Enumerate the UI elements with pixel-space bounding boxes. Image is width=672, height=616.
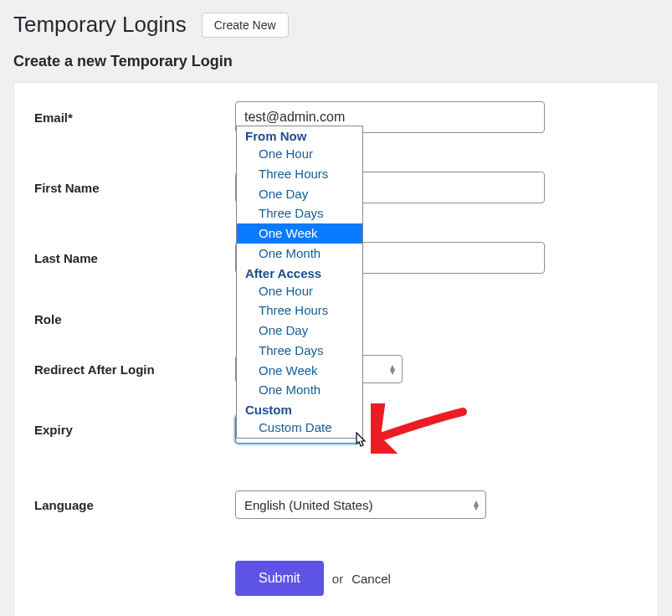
dropdown-group-after-access: After Access [237, 264, 362, 281]
language-select[interactable]: English (United States) [235, 490, 486, 519]
first-name-label: First Name [34, 181, 235, 195]
dropdown-item[interactable]: Three Hours [237, 164, 362, 184]
email-label: Email* [34, 110, 235, 125]
expiry-label: Expiry [34, 423, 235, 437]
last-name-label: Last Name [34, 251, 235, 265]
dropdown-item[interactable]: Three Hours [237, 300, 362, 321]
cancel-link[interactable]: Cancel [351, 572, 391, 586]
dropdown-item[interactable]: One Month [237, 244, 362, 264]
dropdown-item[interactable]: One Hour [237, 144, 362, 164]
dropdown-item[interactable]: Three Days [237, 203, 362, 223]
role-label: Role [34, 312, 235, 326]
dropdown-item[interactable]: One Day [237, 184, 362, 204]
create-new-button[interactable]: Create New [202, 13, 289, 38]
chevron-updown-icon [390, 364, 395, 374]
language-value: English (United States) [244, 498, 372, 512]
language-label: Language [34, 498, 235, 512]
dropdown-item[interactable]: One Hour [237, 281, 362, 301]
dropdown-item[interactable]: One Day [237, 321, 362, 341]
or-text: or [332, 572, 343, 586]
dropdown-item[interactable]: Custom Date [237, 418, 362, 438]
dropdown-item-selected[interactable]: One Week [237, 223, 362, 244]
dropdown-item[interactable]: One Month [237, 380, 362, 400]
redirect-label: Redirect After Login [34, 362, 235, 377]
dropdown-group-custom: Custom [237, 400, 362, 418]
expiry-dropdown[interactable]: From Now One Hour Three Hours One Day Th… [236, 126, 363, 439]
section-subtitle: Create a new Temporary Login [0, 46, 672, 82]
submit-button[interactable]: Submit [235, 561, 324, 596]
dropdown-item[interactable]: One Week [237, 361, 362, 381]
page-title: Temporary Logins [13, 12, 187, 38]
chevron-updown-icon [474, 500, 479, 510]
dropdown-item[interactable]: Three Days [237, 341, 362, 361]
dropdown-group-from-now: From Now [237, 126, 362, 144]
